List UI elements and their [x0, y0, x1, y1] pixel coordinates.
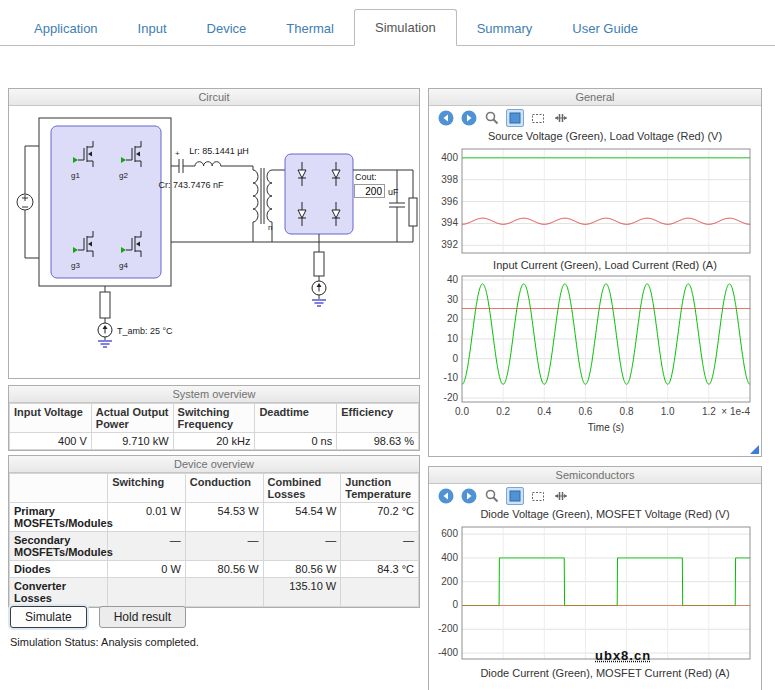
circuit-panel-title: Circuit — [9, 89, 419, 106]
svg-text:Time (s): Time (s) — [588, 422, 624, 433]
device-value — [108, 578, 186, 607]
system-value: 400 V — [10, 433, 92, 450]
table-row: 400 V 9.710 kW 20 kHz 0 ns 98.63 % — [10, 433, 419, 450]
chart-title-current: Input Current (Green), Load Current (Red… — [429, 259, 761, 272]
pan-button[interactable] — [552, 109, 570, 127]
table-row: Converter Losses 135.10 W — [10, 578, 419, 607]
device-col-header: Conduction — [185, 474, 263, 503]
forward-zoom-button[interactable] — [460, 487, 478, 505]
svg-text:-200: -200 — [438, 623, 458, 634]
diode-mosfet-current-chart[interactable] — [432, 680, 758, 690]
back-zoom-button[interactable] — [437, 487, 455, 505]
cout-unit-label: uF — [388, 187, 399, 197]
system-overview-table: Input Voltage Actual Output Power Switch… — [9, 403, 419, 450]
zoom-window-button[interactable] — [506, 109, 524, 127]
diode-mosfet-voltage-chart[interactable]: 6004002000-200-400 — [432, 521, 758, 667]
system-value: 20 kHz — [173, 433, 255, 450]
hold-result-button[interactable]: Hold result — [99, 606, 186, 628]
svg-text:40: 40 — [447, 274, 459, 285]
tab-summary[interactable]: Summary — [457, 11, 553, 46]
tab-simulation[interactable]: Simulation — [354, 9, 457, 46]
forward-zoom-button[interactable] — [460, 109, 478, 127]
magnifier-icon[interactable] — [483, 487, 501, 505]
svg-text:10: 10 — [447, 333, 459, 344]
tab-thermal[interactable]: Thermal — [266, 11, 354, 46]
device-col-header: Switching — [108, 474, 186, 503]
svg-text:0: 0 — [452, 353, 458, 364]
source-load-voltage-chart[interactable]: 400398396394392 — [432, 143, 758, 259]
svg-text:× 1e-4: × 1e-4 — [721, 406, 750, 417]
chart-title-diode-current: Diode Current (Green), MOSFET Current (R… — [429, 667, 761, 680]
svg-text:-10: -10 — [444, 372, 459, 383]
turns-ratio-label: n — [268, 223, 272, 232]
system-col-header: Actual Output Power — [91, 404, 173, 433]
tab-input[interactable]: Input — [118, 11, 187, 46]
system-col-header: Deadtime — [255, 404, 337, 433]
magnifier-icon[interactable] — [483, 109, 501, 127]
general-panel-title: General — [429, 89, 761, 106]
svg-text:-400: -400 — [438, 647, 458, 658]
panel-resize-handle-icon[interactable] — [750, 445, 759, 454]
svg-text:30: 30 — [447, 294, 459, 305]
cr-label: Cr: 743.7476 nF — [158, 180, 224, 190]
gate-label-g4: g4 — [119, 261, 128, 270]
device-value: — — [341, 532, 419, 561]
device-value: 84.3 °C — [341, 561, 419, 578]
device-value: 135.10 W — [263, 578, 341, 607]
system-overview-panel: System overview Input Voltage Actual Out… — [8, 385, 420, 451]
device-row-label: Diodes — [10, 561, 108, 578]
svg-text:1.0: 1.0 — [661, 406, 675, 417]
tab-user-guide[interactable]: User Guide — [552, 11, 658, 46]
circuit-panel: Circuit — [8, 88, 420, 379]
svg-text:0.0: 0.0 — [455, 406, 469, 417]
device-row-label: Primary MOSFETs/Modules — [10, 503, 108, 532]
marquee-zoom-button[interactable] — [529, 109, 547, 127]
svg-text:600: 600 — [441, 528, 458, 539]
device-value: 54.53 W — [185, 503, 263, 532]
general-toolbar — [429, 106, 761, 130]
svg-text:400: 400 — [441, 552, 458, 563]
system-value: 9.710 kW — [91, 433, 173, 450]
device-value: — — [185, 532, 263, 561]
table-row: Diodes 0 W 80.56 W 80.56 W 84.3 °C — [10, 561, 419, 578]
svg-text:0.8: 0.8 — [620, 406, 634, 417]
gate-label-g1: g1 — [71, 171, 80, 180]
svg-text:0: 0 — [452, 599, 458, 610]
device-value: 80.56 W — [185, 561, 263, 578]
svg-text:20: 20 — [447, 313, 459, 324]
device-row-label: Secondary MOSFETs/Modules — [10, 532, 108, 561]
svg-text:0.2: 0.2 — [496, 406, 510, 417]
watermark: ubx8.cn — [595, 648, 651, 663]
device-overview-title: Device overview — [9, 456, 419, 473]
svg-text:394: 394 — [441, 217, 458, 228]
back-zoom-button[interactable] — [437, 109, 455, 127]
system-col-header: Input Voltage — [10, 404, 92, 433]
system-col-header: Efficiency — [337, 404, 419, 433]
device-value: 54.54 W — [263, 503, 341, 532]
simulate-button[interactable]: Simulate — [10, 606, 87, 628]
device-value — [341, 578, 419, 607]
semiconductors-toolbar — [429, 484, 761, 508]
device-col-header: Junction Temperature — [341, 474, 419, 503]
circuit-diagram: g1 g2 g3 g4 + Lr: 85.1441 µH Cr: 743.747… — [9, 106, 419, 378]
device-value: 0 W — [108, 561, 186, 578]
device-value: — — [108, 532, 186, 561]
input-load-current-chart[interactable]: 403020100-10-200.00.20.40.60.81.01.2× 1e… — [432, 272, 758, 442]
device-overview-panel: Device overview Switching Conduction Com… — [8, 455, 420, 608]
lr-label: Lr: 85.1441 µH — [189, 146, 249, 156]
table-row: Secondary MOSFETs/Modules — — — — — [10, 532, 419, 561]
marquee-zoom-button[interactable] — [529, 487, 547, 505]
svg-text:0.4: 0.4 — [537, 406, 551, 417]
svg-text:396: 396 — [441, 196, 458, 207]
svg-text:1.2: 1.2 — [702, 406, 716, 417]
system-overview-title: System overview — [9, 386, 419, 403]
general-panel: General Source Voltage (Green), Load Vol… — [428, 88, 762, 457]
cout-value-input[interactable] — [354, 184, 385, 198]
svg-text:-20: -20 — [444, 392, 459, 403]
device-overview-table: Switching Conduction Combined Losses Jun… — [9, 473, 419, 607]
tab-device[interactable]: Device — [187, 11, 267, 46]
tab-application[interactable]: Application — [14, 11, 118, 46]
zoom-window-button[interactable] — [506, 487, 524, 505]
system-col-header: Switching Frequency — [173, 404, 255, 433]
pan-button[interactable] — [552, 487, 570, 505]
